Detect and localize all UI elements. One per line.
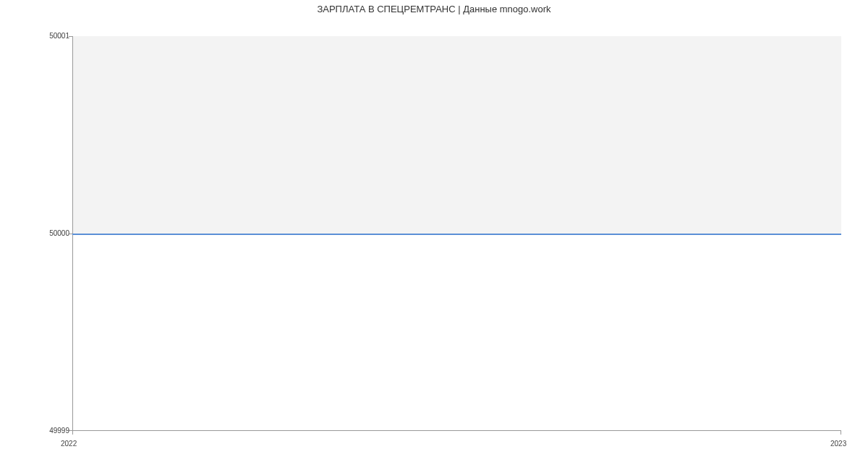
data-line	[72, 234, 841, 235]
plot-area	[72, 36, 841, 431]
y-tick-label: 50001	[26, 32, 69, 40]
y-tick-label: 49999	[26, 427, 69, 435]
y-tick-label: 50000	[26, 229, 69, 237]
x-tick-label: 2022	[61, 440, 77, 448]
chart-container: ЗАРПЛАТА В СПЕЦРЕМТРАНС | Данные mnogo.w…	[0, 0, 868, 470]
shaded-region	[72, 36, 841, 234]
x-tick-mark	[841, 431, 841, 435]
chart-title: ЗАРПЛАТА В СПЕЦРЕМТРАНС | Данные mnogo.w…	[0, 4, 868, 14]
x-tick-mark	[72, 431, 73, 435]
x-axis-line	[72, 430, 841, 431]
x-tick-label: 2023	[830, 440, 846, 448]
